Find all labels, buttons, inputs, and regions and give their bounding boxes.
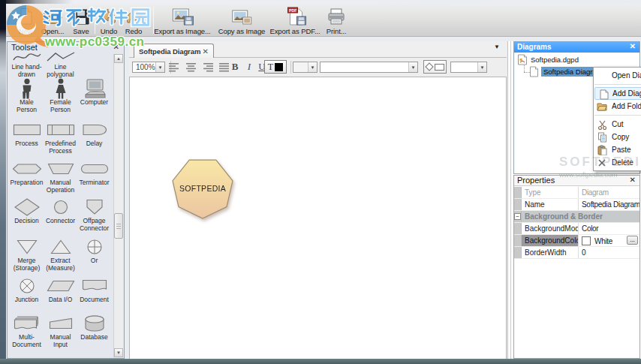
toolset-item-label: Predefined Process (45, 140, 76, 155)
tab-softpedia-diagram[interactable]: Softpedia Diagram ✕ (134, 44, 214, 58)
toolset-item-predefined-process[interactable]: Predefined Process (44, 119, 77, 158)
property-row-name[interactable]: NameSoftpedia Diagram (514, 199, 639, 211)
toolbar-separator (153, 7, 154, 34)
italic-button[interactable]: I (243, 61, 255, 73)
merge-shape-icon (16, 236, 38, 257)
toolset-item-delay[interactable]: Delay (77, 119, 111, 158)
zoom-dropdown-icon[interactable]: ▼ (155, 62, 164, 72)
property-value[interactable]: 0 (578, 247, 639, 258)
paste-icon (597, 145, 607, 155)
font-family-dropdown-icon[interactable]: ▼ (408, 62, 417, 72)
add-folder-icon (597, 101, 607, 112)
window-bottom-edge (0, 359, 641, 364)
toolset-item-label: Merge (Storage) (14, 257, 40, 272)
font-size-combo[interactable]: ▼ (293, 62, 317, 73)
tree-item-root[interactable]: Softpedia.dgpd (517, 54, 579, 65)
menu-item-add-folder[interactable]: Add Folder (594, 100, 641, 113)
line-hand-shape-icon (11, 48, 43, 64)
toolset-item-line-polygonal[interactable]: Line polygonal (44, 48, 77, 78)
toolset-item-merge-storage[interactable]: Merge (Storage) (10, 236, 44, 275)
terminator-shape-icon (80, 158, 110, 179)
property-value[interactable]: Softpedia Diagram (578, 199, 639, 210)
property-row-background-border[interactable]: −Background & Border (514, 211, 639, 223)
toolset-item-connector[interactable]: Connector (44, 197, 77, 236)
toolbar-button-export-as-image[interactable]: Export as Image... (154, 6, 210, 35)
font-color-button[interactable]: T (264, 60, 287, 74)
toolbar-button-copy-as-image[interactable]: Copy as Image (218, 6, 266, 35)
font-color-swatch (275, 63, 283, 71)
property-value[interactable]: White... (578, 235, 639, 246)
menu-item-add-diagram[interactable]: Add Diagram (594, 87, 641, 100)
diagram-file-icon (517, 54, 528, 65)
font-color-letter: T (268, 62, 273, 73)
toolset-item-terminator[interactable]: Terminator (77, 158, 111, 197)
property-row-backgroundmod[interactable]: BackgroundModColor (514, 223, 639, 235)
toolset-item-document[interactable]: Document (77, 275, 111, 313)
pc0359-site-name-watermark: 河东软件园 (43, 6, 152, 32)
zoom-combo[interactable]: 100% ▼ (132, 62, 165, 73)
toolset-item-male-person[interactable]: Male Person (10, 78, 44, 119)
toolset-item-database[interactable]: Database (77, 313, 111, 352)
toolbar-button-print[interactable]: Print... (326, 6, 347, 35)
property-row-type[interactable]: TypeDiagram (514, 187, 639, 199)
toolset-item-data-i-o[interactable]: Data I/O (44, 275, 77, 313)
toolset-scrollbar[interactable]: ▲ ▼ (113, 54, 123, 357)
bold-button[interactable]: B (229, 61, 241, 73)
toolset-item-offpage-connector[interactable]: Offpage Connector (77, 197, 111, 236)
toolset-item-manual-input[interactable]: Manual Input (44, 313, 77, 352)
menu-separator (594, 115, 641, 116)
align-left-button[interactable] (168, 62, 181, 72)
print-icon (326, 6, 347, 26)
tab-close-icon[interactable]: ✕ (203, 47, 209, 56)
delay-shape-icon (81, 119, 108, 140)
toolset-item-manual-operation[interactable]: Manual Operation (44, 158, 77, 197)
ellipsis-button[interactable]: ... (627, 236, 638, 245)
shape-style-button[interactable] (423, 60, 447, 74)
softpedia-watermark-url: www.softpedia.com (559, 171, 618, 179)
line-style-combo[interactable]: ▼ (450, 62, 487, 73)
properties-panel-title: Properties (517, 176, 555, 185)
toolset-item-decision[interactable]: Decision (10, 197, 44, 236)
font-family-combo[interactable]: ▼ (320, 62, 418, 73)
menu-item-cut[interactable]: Cut (594, 118, 641, 131)
toolset-item-preparation[interactable]: Preparation (10, 158, 44, 197)
menu-item-copy[interactable]: Copy (594, 131, 641, 143)
tab-list-dropdown-icon[interactable]: ▼ (494, 44, 500, 50)
toolset-item-process[interactable]: Process (10, 119, 44, 158)
scroll-up-icon[interactable]: ▲ (114, 54, 123, 63)
toolset-item-label: Multi- Document (12, 334, 41, 348)
font-size-dropdown-icon[interactable]: ▼ (308, 62, 317, 72)
toolset-item-label: Connector (46, 218, 75, 225)
shape-style-fill-icon (435, 64, 444, 71)
toolset-item-line-hand-drawn[interactable]: Line hand- drawn (10, 48, 44, 78)
collapse-icon[interactable]: − (514, 213, 521, 220)
property-gutter (514, 199, 522, 210)
toolset-item-junction[interactable]: Junction (10, 275, 44, 313)
toolset-item-or[interactable]: Or (77, 236, 111, 275)
property-row-backgroundcolo[interactable]: BackgroundColoWhite... (514, 235, 639, 247)
property-label: BackgroundMod (522, 223, 578, 234)
panel-divider[interactable] (510, 41, 511, 359)
toolset-panel: Toolset ✕ Line hand- drawnLine polygonal… (7, 41, 125, 359)
toolset-item-label: Database (80, 334, 107, 341)
align-right-button[interactable] (201, 62, 214, 72)
toolset-scrollbar-thumb[interactable] (114, 213, 123, 239)
toolset-item-multi-document[interactable]: Multi- Document (10, 313, 44, 352)
decision-shape-icon (14, 197, 41, 218)
scroll-down-icon[interactable]: ▼ (114, 348, 123, 357)
property-value[interactable]: Color (578, 223, 639, 234)
toolset-item-extract-measure[interactable]: Extract (Measure) (44, 236, 77, 275)
align-center-button[interactable] (185, 62, 197, 72)
diagrams-close-icon[interactable]: ✕ (630, 42, 636, 50)
line-style-dropdown-icon[interactable]: ▼ (477, 62, 486, 72)
properties-close-icon[interactable]: ✕ (630, 176, 636, 184)
toolset-item-computer[interactable]: Computer (77, 78, 111, 119)
canvas-shape-softpedia[interactable]: SOFTPEDIA (168, 154, 237, 223)
menu-item-open-diagram[interactable]: Open Diagram (594, 69, 641, 82)
property-row-borderwidth[interactable]: BorderWidth0 (514, 247, 639, 259)
toolbar-button-export-as-pdf[interactable]: PDFExport as PDF... (269, 6, 320, 35)
toolset-item-female-person[interactable]: Female Person (44, 78, 77, 119)
toolset-item-label: Offpage Connector (80, 218, 109, 232)
property-value[interactable]: Diagram (578, 187, 639, 198)
export-as-pdf-icon: PDF (284, 6, 306, 26)
